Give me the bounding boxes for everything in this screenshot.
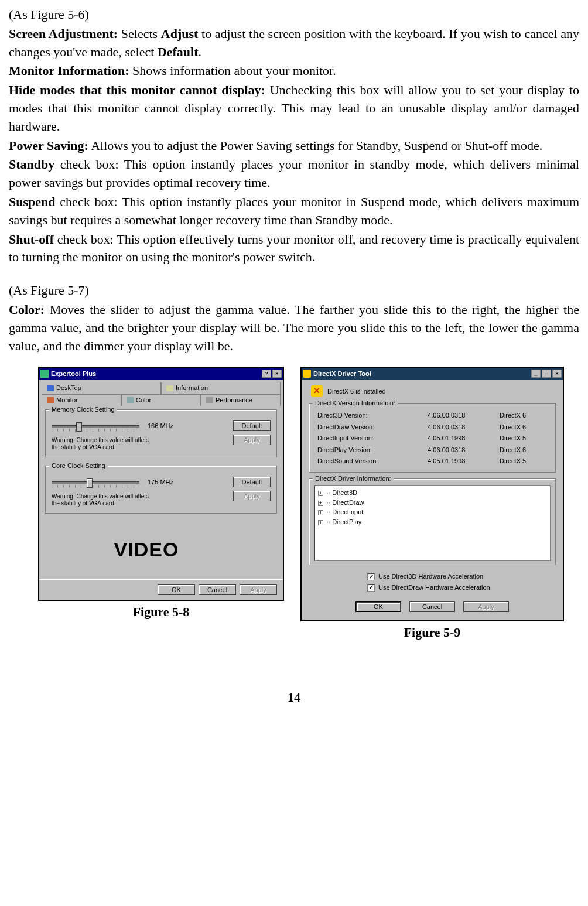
checkbox-area: ✓ Use Direct3D Hardware Acceleration ✓ U… [309, 572, 556, 592]
group-title: Core Clock Setting [49, 461, 108, 470]
apply-button[interactable]: Apply [463, 601, 509, 612]
ver-name: DirectX 5 [497, 456, 549, 466]
memory-default-button[interactable]: Default [233, 420, 271, 431]
minimize-button[interactable]: _ [531, 370, 541, 378]
tab-label: Information [176, 384, 208, 392]
ver-name: DirectX 5 [497, 433, 549, 443]
brand-row: VIDEO [45, 522, 277, 573]
core-clock-group: Core Clock Setting 175 MHz Warning: Chan… [45, 466, 277, 514]
driver-info-group: DirectX Driver Information: +·· Direct3D… [309, 478, 556, 565]
ok-button[interactable]: OK [355, 601, 401, 612]
checkbox-label: Use DirectDraw Hardware Acceleration [378, 583, 490, 592]
label-monitor-info: Monitor Information: [9, 63, 129, 78]
tab-label: Monitor [56, 396, 78, 405]
para-monitor-info: Monitor Information: Shows information a… [9, 62, 579, 80]
tree-label: DirectInput [332, 508, 363, 515]
table-row: DirectSound Version:4.05.01.1998DirectX … [315, 456, 549, 466]
information-icon [166, 385, 173, 391]
text: Allows you to adjust the Power Saving se… [88, 138, 542, 153]
cancel-button[interactable]: Cancel [199, 584, 236, 595]
window-title: DirectX Driver Tool [313, 370, 371, 378]
group-title: Memory Clock Setting [49, 405, 117, 414]
tree-item[interactable]: +·· DirectInput [318, 507, 546, 517]
maximize-button[interactable]: □ [542, 370, 551, 378]
label-standby: Standby [9, 157, 54, 172]
ver-label: Direct3D Version: [315, 411, 424, 420]
checkbox-d3d-accel[interactable]: ✓ [367, 573, 375, 580]
core-clock-slider[interactable] [52, 477, 139, 488]
expand-icon[interactable]: + [318, 501, 323, 506]
driver-tree[interactable]: +·· Direct3D +·· DirectDraw +·· DirectIn… [314, 485, 551, 561]
directx-window: DirectX Driver Tool _ □ × DirectX 6 is i… [300, 367, 564, 621]
fig-ref-5-6: (As Figure 5-6) [9, 6, 579, 24]
para-color: Color: Moves the slider to adjust the ga… [9, 301, 579, 355]
label-suspend: Suspend [9, 194, 56, 209]
core-apply-button[interactable]: Apply [233, 491, 271, 501]
help-button[interactable]: ? [262, 370, 271, 378]
memory-clock-group: Memory Clock Setting 166 MHz Warning: Ch… [45, 409, 277, 457]
ver-number: 4.05.01.1998 [425, 433, 496, 443]
label-color: Color: [9, 302, 45, 317]
expand-icon[interactable]: + [318, 491, 323, 496]
tree-item[interactable]: +·· Direct3D [318, 488, 546, 498]
tab-performance[interactable]: Performance [201, 394, 281, 406]
dialog-button-row: OK Cancel Apply [39, 579, 283, 600]
version-info-group: DirectX Version Information: Direct3D Ve… [309, 403, 556, 473]
figure-5-9: DirectX Driver Tool _ □ × DirectX 6 is i… [300, 367, 564, 642]
title-bar: Expertool Plus ? × [39, 368, 283, 380]
close-button[interactable]: × [272, 370, 282, 378]
expand-icon[interactable]: + [318, 510, 323, 515]
app-icon [303, 370, 311, 378]
expand-icon[interactable]: + [318, 520, 323, 525]
table-row: DirectInput Version:4.05.01.1998DirectX … [315, 433, 549, 443]
directx-icon [311, 385, 323, 397]
window-title: Expertool Plus [51, 370, 96, 378]
checkbox-row: ✓ Use Direct3D Hardware Acceleration [309, 572, 556, 581]
para-screen-adjust: Screen Adjustment: Selects Adjust to adj… [9, 25, 579, 61]
label-power-saving: Power Saving: [9, 138, 88, 153]
core-default-button[interactable]: Default [233, 477, 271, 487]
tab-label: Color [136, 396, 151, 405]
figure-caption: Figure 5-9 [404, 624, 461, 642]
text: check box: This option effectively turns… [9, 232, 579, 265]
tree-item[interactable]: +·· DirectPlay [318, 517, 546, 527]
cancel-button[interactable]: Cancel [409, 601, 455, 612]
expertool-window: Expertool Plus ? × DeskTop Information M… [38, 367, 284, 600]
close-button[interactable]: × [552, 370, 562, 378]
tree-label: DirectDraw [332, 499, 364, 506]
apply-button[interactable]: Apply [240, 584, 277, 595]
installed-row: DirectX 6 is installed [309, 385, 556, 397]
table-row: DirectDraw Version:4.06.00.0318DirectX 6 [315, 422, 549, 432]
word-default: Default [158, 45, 199, 59]
tab-desktop[interactable]: DeskTop [42, 382, 161, 394]
text: Selects [118, 26, 161, 41]
figure-caption: Figure 5-8 [133, 603, 190, 621]
warning-text: Warning: Change this value will affect t… [52, 437, 151, 451]
table-row: Direct3D Version:4.06.00.0318DirectX 6 [315, 411, 549, 420]
tab-color[interactable]: Color [121, 394, 201, 406]
tab-information[interactable]: Information [161, 382, 281, 394]
label-screen-adjust: Screen Adjustment: [9, 26, 118, 41]
memory-apply-button[interactable]: Apply [233, 435, 271, 445]
checkbox-label: Use Direct3D Hardware Acceleration [378, 572, 483, 581]
para-hide-modes: Hide modes that this monitor cannot disp… [9, 81, 579, 135]
ver-number: 4.06.00.0318 [425, 445, 496, 455]
document-body: (As Figure 5-6) Screen Adjustment: Selec… [9, 6, 579, 355]
group-title: DirectX Driver Information: [313, 474, 394, 483]
memory-clock-slider[interactable] [52, 420, 139, 432]
tree-item[interactable]: +·· DirectDraw [318, 498, 546, 508]
panel-body: DirectX 6 is installed DirectX Version I… [302, 380, 563, 620]
ok-button[interactable]: OK [158, 584, 195, 595]
ver-label: DirectDraw Version: [315, 422, 424, 432]
tab-monitor[interactable]: Monitor [42, 394, 121, 406]
checkbox-ddraw-accel[interactable]: ✓ [367, 584, 375, 592]
text: Moves the slider to adjust the gamma val… [9, 302, 579, 353]
memory-clock-value: 166 MHz [148, 422, 173, 430]
core-clock-value: 175 MHz [148, 478, 173, 487]
group-title: DirectX Version Information: [313, 399, 398, 408]
para-shutoff: Shut-off check box: This option effectiv… [9, 231, 579, 267]
fig-ref-5-7: (As Figure 5-7) [9, 282, 579, 300]
warning-text: Warning: Change this value will affect t… [52, 493, 151, 507]
text: check box: This option instantly places … [9, 194, 579, 227]
performance-icon [206, 397, 213, 403]
